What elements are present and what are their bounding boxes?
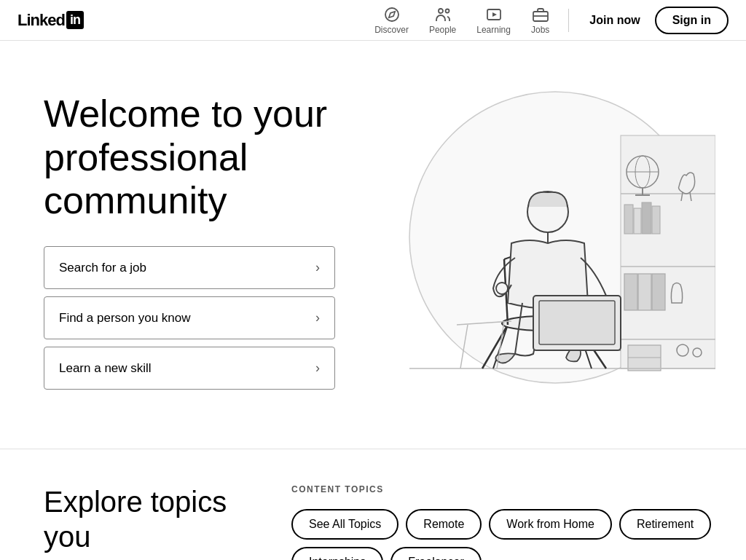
chevron-right-icon: › [315,260,320,275]
chevron-right-icon: › [315,310,320,326]
play-icon [485,6,503,23]
svg-rect-21 [652,206,660,234]
svg-rect-25 [638,274,651,310]
pill-freelancer[interactable]: Freelancer [390,547,481,560]
topics-section-label: CONTENT TOPICS [291,484,717,494]
hero-illustration [335,70,717,419]
hero-title: Welcome to your professional community [44,92,335,223]
svg-rect-9 [621,135,715,368]
nav-item-people[interactable]: People [422,3,463,38]
logo-in-box: in [66,11,84,29]
svg-rect-24 [624,274,637,310]
cta-list: Search for a job › Find a person you kno… [44,246,335,397]
svg-rect-43 [539,301,615,344]
svg-rect-26 [652,274,665,310]
logo[interactable]: Linkedin [17,11,84,30]
hero-section: Welcome to your professional community S… [0,41,746,449]
people-icon [434,6,452,23]
svg-point-3 [445,9,449,12]
pill-remote[interactable]: Remote [406,509,482,540]
cta-search-job[interactable]: Search for a job › [44,246,335,289]
pill-retirement[interactable]: Retirement [619,509,711,540]
sign-in-button[interactable]: Sign in [655,7,729,34]
jobs-label: Jobs [531,25,549,35]
topics-right: CONTENT TOPICS See All Topics Remote Wor… [291,484,717,560]
nav-item-jobs[interactable]: Jobs [524,3,557,38]
logo-text: Linked [17,11,65,30]
cta-find-person[interactable]: Find a person you know › [44,296,335,339]
cta-find-person-label: Find a person you know [59,311,191,326]
chevron-right-icon: › [315,360,320,376]
svg-rect-20 [642,202,651,234]
main-nav: Discover People Learning Jobs Join now S… [367,3,729,38]
cta-learn-skill[interactable]: Learn a new skill › [44,347,335,390]
nav-item-discover[interactable]: Discover [367,3,416,38]
people-label: People [429,25,456,35]
pill-wfh[interactable]: Work from Home [489,509,612,540]
svg-marker-5 [492,12,497,17]
nav-divider [568,9,569,32]
briefcase-icon [532,6,549,23]
learning-label: Learning [476,25,511,35]
svg-rect-18 [624,205,633,234]
cta-learn-skill-label: Learn a new skill [59,361,152,376]
topics-section: Explore topics you are interested in CON… [0,449,746,560]
compass-icon [383,6,401,23]
topics-heading: Explore topics you are interested in [44,484,233,560]
discover-label: Discover [374,25,409,35]
nav-item-learning[interactable]: Learning [469,3,518,38]
illustration-svg [337,77,715,412]
svg-point-41 [496,283,508,294]
topics-left: Explore topics you are interested in [44,484,233,560]
svg-point-0 [385,8,398,21]
pill-internships[interactable]: Internships [291,547,383,560]
svg-rect-19 [634,208,641,234]
svg-point-2 [439,9,443,13]
hero-left: Welcome to your professional community S… [44,92,335,397]
pill-see-all[interactable]: See All Topics [291,509,398,540]
svg-marker-1 [388,11,394,17]
cta-search-job-label: Search for a job [59,261,146,275]
header: Linkedin Discover People Learning Jobs [0,0,746,41]
join-now-button[interactable]: Join now [581,8,648,33]
topics-pills: See All Topics Remote Work from Home Ret… [291,509,717,560]
